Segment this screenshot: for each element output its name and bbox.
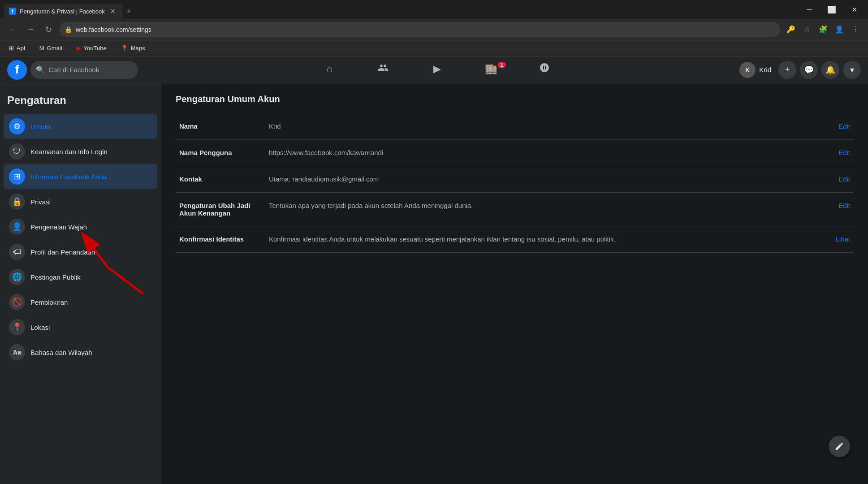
sidebar-label-privasi: Privasi [30, 198, 51, 206]
lokasi-icon: 📍 [9, 319, 25, 335]
fb-main-content: Pengaturan Umum Akun Nama Krid Edit [161, 83, 868, 484]
sidebar-item-informasi[interactable]: ⊞ Informasi Facebook Anda [4, 164, 157, 189]
sidebar-item-lokasi[interactable]: 📍 Lokasi [4, 315, 157, 340]
fb-content: Pengaturan ⚙ Umum 🛡 Keamanan dan Info Lo… [0, 83, 868, 484]
bookmark-maps[interactable]: 📍 Maps [117, 43, 149, 53]
maps-label: Maps [131, 45, 145, 52]
row-action-kontak[interactable]: Edit [818, 166, 854, 193]
url-text: web.facebook.com/settings [76, 26, 775, 33]
tab-title: Pengaturan & Privasi | Facebook [20, 8, 105, 15]
edit-link-nama[interactable]: Edit [838, 122, 850, 130]
fb-sidebar: Pengaturan ⚙ Umum 🛡 Keamanan dan Info Lo… [0, 83, 161, 484]
messenger-button[interactable]: 💬 [800, 61, 818, 79]
sidebar-item-privasi[interactable]: 🔒 Privasi [4, 189, 157, 214]
username-label: Krid [759, 66, 771, 73]
sidebar-title: Pengaturan [4, 91, 157, 114]
row-action-kenangan[interactable]: Edit [818, 193, 854, 226]
marketplace-icon: 🏬 [485, 63, 497, 75]
row-value-nama: Krid [265, 113, 818, 140]
key-icon[interactable]: 🔑 [784, 22, 798, 37]
settings-title: Pengaturan Umum Akun [176, 94, 854, 104]
notifications-button[interactable]: 🔔 [821, 61, 839, 79]
pemblokiran-icon: 🚫 [9, 294, 25, 310]
star-icon[interactable]: ☆ [800, 22, 814, 37]
privasi-icon: 🔒 [9, 194, 25, 210]
fb-header: f 🔍 ⌂ ▶ 🏬 1 [0, 56, 868, 83]
row-label-username: Nama Pengguna [176, 140, 265, 166]
fb-header-actions: K Krid + 💬 🔔 ▾ [736, 60, 861, 80]
active-tab[interactable]: f Pengaturan & Privasi | Facebook ✕ [4, 4, 123, 19]
browser-chrome: f Pengaturan & Privasi | Facebook ✕ + ─ … [0, 0, 868, 56]
edit-link-kontak[interactable]: Edit [838, 175, 850, 183]
toolbar-icons: 🔑 ☆ 🧩 👤 ⋮ [784, 22, 863, 37]
row-value-kenangan: Tentukan apa yang terjadi pada akun sete… [265, 193, 818, 226]
gmail-label: Gmail [47, 45, 62, 52]
search-input[interactable] [48, 66, 133, 73]
bookmark-youtube[interactable]: ▶ YouTube [73, 43, 110, 53]
sidebar-label-umum: Umum [30, 123, 50, 130]
sidebar-item-pemblokiran[interactable]: 🚫 Pemblokiran [4, 290, 157, 315]
sidebar-item-bahasa[interactable]: Aa Bahasa dan Wilayah [4, 340, 157, 365]
edit-icon [834, 441, 844, 451]
nav-watch[interactable]: ▶ [411, 58, 463, 82]
informasi-icon: ⊞ [9, 169, 25, 185]
extension-icon[interactable]: 🧩 [816, 22, 830, 37]
gmail-icon: M [39, 45, 44, 52]
reload-button[interactable]: ↻ [41, 22, 56, 37]
sidebar-label-keamanan: Keamanan dan Info Login [30, 148, 108, 156]
row-action-nama[interactable]: Edit [818, 113, 854, 140]
maximize-button[interactable]: ⬜ [821, 2, 842, 17]
apl-label: Apl [17, 45, 25, 52]
sidebar-label-informasi: Informasi Facebook Anda [30, 173, 107, 181]
home-icon: ⌂ [327, 63, 333, 75]
profile-icon[interactable]: 👤 [832, 22, 846, 37]
groups-icon [539, 62, 550, 76]
back-button[interactable]: ← [5, 22, 20, 37]
nav-marketplace[interactable]: 🏬 1 [465, 58, 517, 82]
nav-home[interactable]: ⌂ [303, 58, 355, 82]
nav-friends[interactable] [357, 58, 409, 82]
keamanan-icon: 🛡 [9, 143, 25, 160]
close-tab-button[interactable]: ✕ [108, 7, 117, 16]
marketplace-badge: 1 [498, 62, 506, 68]
bookmarks-bar: ⊞ Apl M Gmail ▶ YouTube 📍 Maps [0, 40, 868, 56]
forward-button[interactable]: → [23, 22, 38, 37]
fb-search-bar[interactable]: 🔍 [30, 61, 138, 79]
sidebar-item-keamanan[interactable]: 🛡 Keamanan dan Info Login [4, 139, 157, 164]
more-button[interactable]: ▾ [843, 61, 861, 79]
edit-link-username[interactable]: Edit [838, 149, 850, 156]
edit-link-kenangan[interactable]: Edit [838, 202, 850, 209]
sidebar-item-postingan[interactable]: 🌐 Postingan Publik [4, 264, 157, 290]
avatar: K [739, 62, 756, 78]
fb-navigation: ⌂ ▶ 🏬 1 [142, 58, 732, 82]
floating-edit-button[interactable] [829, 436, 850, 457]
minimize-button[interactable]: ─ [799, 2, 820, 17]
tab-bar: f Pengaturan & Privasi | Facebook ✕ + ─ … [0, 0, 868, 19]
sidebar-item-profil[interactable]: 🏷 Profil dan Penandaan [4, 239, 157, 264]
table-row: Kontak Utama: randiaudiomusik@gmail.com … [176, 166, 854, 193]
lock-icon: 🔒 [65, 26, 72, 33]
add-button[interactable]: + [778, 61, 796, 79]
new-tab-button[interactable]: + [123, 5, 135, 17]
row-label-identitas: Konfirmasi Identitas [176, 226, 265, 253]
nav-groups[interactable] [518, 58, 570, 82]
row-action-identitas[interactable]: Lihat [818, 226, 854, 253]
fb-logo[interactable]: f [7, 60, 27, 80]
menu-icon[interactable]: ⋮ [848, 22, 863, 37]
browser-toolbar: ← → ↻ 🔒 web.facebook.com/settings 🔑 ☆ 🧩 … [0, 19, 868, 40]
fb-app-container: f 🔍 ⌂ ▶ 🏬 1 [0, 56, 868, 484]
lihat-link-identitas[interactable]: Lihat [835, 235, 850, 243]
close-window-button[interactable]: ✕ [844, 2, 864, 17]
sidebar-label-profil: Profil dan Penandaan [30, 248, 95, 256]
row-action-username[interactable]: Edit [818, 140, 854, 166]
postingan-icon: 🌐 [9, 269, 25, 285]
address-bar[interactable]: 🔒 web.facebook.com/settings [59, 22, 780, 37]
bookmark-apl[interactable]: ⊞ Apl [5, 43, 29, 53]
row-value-identitas: Konfirmasi identitas Anda untuk melakuka… [265, 226, 818, 253]
sidebar-item-umum[interactable]: ⚙ Umum [4, 114, 157, 139]
tab-favicon: f [9, 8, 16, 15]
fb-user-button[interactable]: K Krid [736, 60, 775, 80]
sidebar-item-pengenalan[interactable]: 👤 Pengenalan Wajah [4, 214, 157, 239]
bookmark-gmail[interactable]: M Gmail [36, 43, 66, 53]
window-controls: ─ ⬜ ✕ [799, 2, 868, 21]
